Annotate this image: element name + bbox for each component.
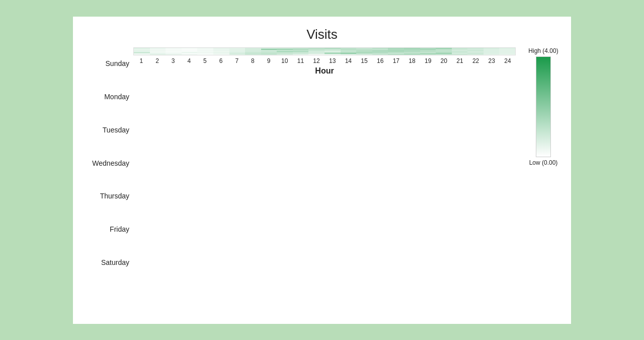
heatmap-cell bbox=[213, 54, 229, 55]
x-axis-title: Hour bbox=[133, 66, 516, 76]
x-label: 22 bbox=[468, 57, 484, 64]
legend-bar bbox=[536, 56, 551, 157]
heatmap-cell bbox=[150, 54, 166, 55]
heatmap-cell bbox=[134, 54, 150, 55]
heatmap-cell bbox=[325, 54, 341, 55]
heatmap-cell bbox=[372, 54, 388, 55]
heatmap-cell bbox=[277, 54, 293, 55]
heatmap-cell bbox=[499, 54, 515, 55]
heatmap-cell bbox=[467, 54, 484, 55]
x-label: 12 bbox=[308, 57, 325, 64]
x-label: 21 bbox=[452, 57, 468, 64]
heatmap-cell bbox=[197, 54, 213, 55]
x-label: 14 bbox=[341, 57, 357, 64]
x-label: 9 bbox=[261, 57, 277, 64]
x-label: 20 bbox=[436, 57, 452, 64]
x-label: 7 bbox=[229, 57, 245, 64]
heatmap-cell bbox=[261, 54, 277, 55]
x-label: 17 bbox=[388, 57, 405, 64]
x-label: 4 bbox=[181, 57, 197, 64]
heatmap-cell bbox=[356, 54, 372, 55]
x-label: 13 bbox=[325, 57, 341, 64]
heatmap-cell bbox=[293, 54, 309, 55]
x-label: 23 bbox=[484, 57, 500, 64]
y-label: Monday bbox=[83, 80, 133, 113]
x-label: 8 bbox=[245, 57, 261, 64]
chart-title: Visits bbox=[83, 27, 561, 42]
x-label: 11 bbox=[293, 57, 309, 64]
x-label: 6 bbox=[213, 57, 229, 64]
x-label: 16 bbox=[372, 57, 388, 64]
y-label: Saturday bbox=[83, 246, 133, 279]
y-label: Tuesday bbox=[83, 113, 133, 147]
heatmap-grid bbox=[133, 47, 516, 55]
y-label: Wednesday bbox=[83, 147, 133, 180]
heatmap-cell bbox=[452, 54, 468, 55]
x-label: 24 bbox=[500, 57, 516, 64]
heatmap-cell bbox=[182, 54, 198, 55]
chart-container: Visits SundayMondayTuesdayWednesdayThurs… bbox=[73, 17, 571, 324]
heatmap-cell bbox=[420, 54, 436, 55]
x-label: 1 bbox=[133, 57, 149, 64]
legend-low-label: Low (0.00) bbox=[529, 159, 558, 166]
heatmap-cell bbox=[166, 54, 182, 55]
heatmap-cell bbox=[404, 54, 420, 55]
y-label: Sunday bbox=[83, 47, 133, 81]
x-label: 5 bbox=[197, 57, 213, 64]
x-axis-labels: 123456789101112131415161718192021222324 bbox=[133, 57, 516, 64]
y-axis-labels: SundayMondayTuesdayWednesdayThursdayFrid… bbox=[83, 47, 133, 294]
y-label: Thursday bbox=[83, 179, 133, 213]
x-label: 15 bbox=[356, 57, 372, 64]
x-label: 3 bbox=[165, 57, 181, 64]
x-label: 10 bbox=[277, 57, 293, 64]
heatmap-cell bbox=[245, 54, 261, 55]
legend-high-label: High (4.00) bbox=[528, 47, 558, 54]
y-label: Friday bbox=[83, 213, 133, 246]
heatmap-cell bbox=[341, 54, 357, 55]
heatmap-cell bbox=[388, 54, 404, 55]
x-label: 19 bbox=[420, 57, 436, 64]
heatmap-area: 123456789101112131415161718192021222324 … bbox=[133, 47, 516, 76]
heatmap-cell bbox=[229, 54, 246, 55]
legend-area: High (4.00) Low (0.00) bbox=[526, 47, 561, 166]
x-label: 2 bbox=[149, 57, 166, 64]
heatmap-cell bbox=[308, 54, 325, 55]
heatmap-cell bbox=[436, 54, 452, 55]
x-label: 18 bbox=[404, 57, 420, 64]
heatmap-cell bbox=[484, 54, 500, 55]
